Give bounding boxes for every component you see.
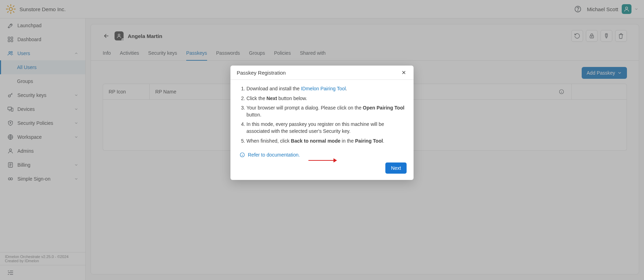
modal-step-4: In this mode, every passkey you register… <box>246 121 405 135</box>
pairing-tool-link[interactable]: IDmelon Pairing Tool <box>301 86 346 91</box>
documentation-link[interactable]: Refer to documentation. <box>230 150 414 158</box>
modal-title: Passkey Registration <box>237 70 286 76</box>
passkey-registration-modal: Passkey Registration Download and instal… <box>230 66 414 180</box>
modal-step-2: Click the Next button below. <box>246 95 405 102</box>
modal-step-1: Download and install the IDmelon Pairing… <box>246 85 405 92</box>
modal-step-5: When finished, click Back to normal mode… <box>246 138 405 145</box>
next-button[interactable]: Next <box>385 162 407 174</box>
modal-step-3: Your browser will prompt a dialog. Pleas… <box>246 105 405 118</box>
modal-scrim: Passkey Registration Download and instal… <box>0 0 644 280</box>
modal-close-button[interactable] <box>400 69 407 76</box>
